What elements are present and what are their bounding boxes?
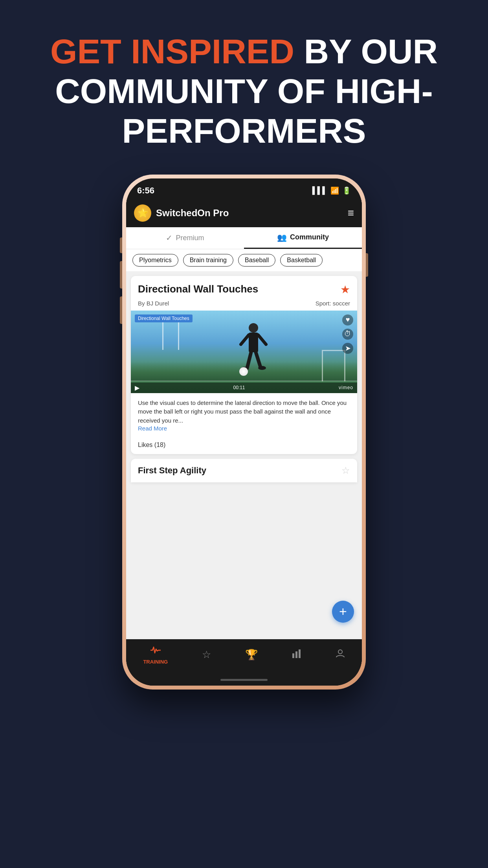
likes-number: (18) <box>154 441 165 448</box>
light-pole <box>162 318 163 350</box>
soccer-ball <box>239 367 248 376</box>
hero-section: GET INSPIRED BY OUR COMMUNITY OF HIGH- P… <box>27 31 461 151</box>
nav-stats[interactable] <box>292 649 301 661</box>
vimeo-logo: vimeo <box>339 385 353 390</box>
chip-basketball[interactable]: Basketball <box>280 254 323 267</box>
phone-frame: 6:56 ▌▌▌ 📶 🔋 ⭐ SwitchedOn Pro ≡ <box>122 175 366 690</box>
home-bar <box>220 679 268 681</box>
heart-icon[interactable]: ♥ <box>342 314 353 326</box>
nav-profile[interactable] <box>336 649 345 661</box>
bottom-nav: Training ☆ 🏆 <box>126 639 362 675</box>
app-screen: ⭐ SwitchedOn Pro ≡ ✓ Premium 👥 Community <box>126 199 362 686</box>
video-bottom-bar: ▶ 00:11 vimeo <box>131 383 357 393</box>
card-title: Directional Wall Touches <box>138 283 336 295</box>
svg-line-5 <box>256 352 261 367</box>
status-time: 6:56 <box>137 186 154 196</box>
svg-rect-10 <box>299 649 301 658</box>
stats-icon <box>292 649 301 661</box>
video-timestamp: 00:11 <box>233 385 245 390</box>
chip-plyometrics[interactable]: Plyometrics <box>132 254 178 267</box>
play-button[interactable]: ▶ <box>135 384 139 392</box>
community-icon: 👥 <box>277 233 287 242</box>
card-sport: Sport: soccer <box>316 300 350 307</box>
phone-notch <box>209 178 279 193</box>
fab-icon: + <box>339 604 347 619</box>
wifi-icon: 📶 <box>330 186 339 195</box>
tab-premium-label: Premium <box>176 234 204 242</box>
nav-achievements[interactable]: 🏆 <box>245 649 258 661</box>
svg-point-0 <box>249 323 258 333</box>
tab-premium[interactable]: ✓ Premium <box>126 227 244 249</box>
profile-icon <box>336 649 345 661</box>
star-nav-icon: ☆ <box>202 649 211 661</box>
tab-bar: ✓ Premium 👥 Community <box>126 227 362 249</box>
premium-icon: ✓ <box>166 233 172 243</box>
video-label: Directional Wall Touches <box>135 314 193 322</box>
nav-favorites[interactable]: ☆ <box>202 649 211 661</box>
svg-line-3 <box>258 335 266 344</box>
card-peek: First Step Agility ☆ <box>131 459 357 482</box>
svg-point-11 <box>338 650 342 654</box>
content-area: Directional Wall Touches ★ By BJ Durel S… <box>126 271 362 639</box>
battery-icon: 🔋 <box>342 186 351 195</box>
svg-rect-9 <box>295 651 297 658</box>
likes-label: Likes <box>138 441 152 448</box>
hero-byour-text: BY OUR <box>294 32 438 71</box>
phone-screen: 6:56 ▌▌▌ 📶 🔋 ⭐ SwitchedOn Pro ≡ <box>126 178 362 686</box>
card-header: Directional Wall Touches ★ <box>131 276 357 300</box>
card-footer: Likes (18) <box>131 438 357 454</box>
share-icon[interactable]: ➤ <box>342 343 353 354</box>
hero-line3: PERFORMERS <box>50 111 438 151</box>
hero-line2: COMMUNITY OF HIGH- <box>50 71 438 111</box>
chip-brain-training[interactable]: Brain training <box>183 254 233 267</box>
menu-button[interactable]: ≡ <box>348 207 354 219</box>
app-header-left: ⭐ SwitchedOn Pro <box>134 204 229 222</box>
app-logo: ⭐ <box>134 204 151 222</box>
hero-inspired-text: GET INSPIRED <box>50 32 294 71</box>
filter-row: Plyometrics Brain training Baseball Bask… <box>126 249 362 271</box>
read-more-link[interactable]: Read More <box>138 425 167 432</box>
tab-community[interactable]: 👥 Community <box>244 227 362 249</box>
card-author: By BJ Durel <box>138 300 169 307</box>
svg-line-2 <box>241 335 249 344</box>
status-icons: ▌▌▌ 📶 🔋 <box>312 186 351 195</box>
training-icon <box>150 645 161 657</box>
light-pole-2 <box>178 318 179 350</box>
clock-icon[interactable]: ⏱ <box>342 329 353 340</box>
tab-community-label: Community <box>290 233 329 241</box>
hero-line1: GET INSPIRED BY OUR <box>50 31 438 71</box>
card-body: Use the visual cues to determine the lat… <box>131 393 357 438</box>
phone-mockup: 6:56 ▌▌▌ 📶 🔋 ⭐ SwitchedOn Pro ≡ <box>122 175 366 693</box>
power-button <box>366 253 368 277</box>
nav-training-label: Training <box>143 659 168 665</box>
workout-card: Directional Wall Touches ★ By BJ Durel S… <box>131 276 357 454</box>
goal-post <box>322 350 345 381</box>
signal-icon: ▌▌▌ <box>312 186 327 195</box>
card-meta: By BJ Durel Sport: soccer <box>131 300 357 311</box>
app-header: ⭐ SwitchedOn Pro ≡ <box>126 199 362 227</box>
app-title: SwitchedOn Pro <box>156 208 229 219</box>
card2-title: First Step Agility <box>138 465 206 476</box>
chip-baseball[interactable]: Baseball <box>238 254 275 267</box>
card2-star-icon[interactable]: ☆ <box>341 465 350 476</box>
home-indicator <box>126 675 362 686</box>
video-controls: ♥ ⏱ ➤ <box>342 314 353 354</box>
card-description: Use the visual cues to determine the lat… <box>138 399 350 425</box>
likes-count: Likes (18) <box>138 441 165 449</box>
nav-training[interactable]: Training <box>143 645 168 665</box>
svg-line-4 <box>247 352 251 368</box>
svg-rect-8 <box>292 653 294 658</box>
trophy-icon: 🏆 <box>245 649 258 661</box>
card-star-icon[interactable]: ★ <box>340 283 350 296</box>
video-player[interactable]: Directional Wall Touches ♥ ⏱ ➤ ▶ 00:11 <box>131 311 357 393</box>
fab-button[interactable]: + <box>332 601 354 623</box>
svg-point-7 <box>258 366 266 370</box>
